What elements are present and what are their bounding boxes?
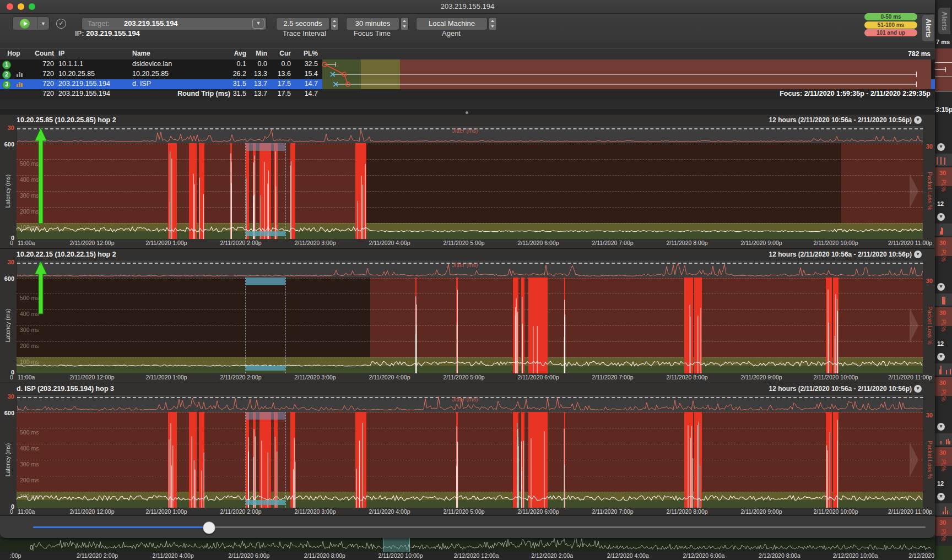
latency-plot[interactable]: 500 ms400 ms300 ms200 ms100 ms bbox=[17, 143, 923, 239]
focus-selection-cap-bottom bbox=[246, 366, 285, 371]
overview-selection[interactable] bbox=[383, 537, 410, 553]
column-header-count[interactable]: Count bbox=[28, 50, 54, 57]
latency-max-label: 600 bbox=[1, 141, 14, 148]
jitter-max-label: 30 bbox=[3, 259, 14, 265]
x-axis-label: 2/11/2020 3:00p bbox=[294, 374, 336, 380]
cell-avg: 26.2 bbox=[220, 70, 246, 78]
panel-time-range-label: 12 hours (2/11/2020 10:56a - 2/11/2020 1… bbox=[769, 251, 912, 258]
column-header-cur[interactable]: Cur bbox=[269, 50, 291, 57]
panel-collapse-chevron-button[interactable]: ▾ bbox=[914, 251, 922, 258]
cell-count: 720 bbox=[28, 70, 54, 78]
overview-axis-label: 2/12/2020 12:00p bbox=[908, 552, 935, 559]
target-input[interactable]: Target: 203.219.155.194 ▼ bbox=[82, 17, 267, 30]
column-header-pl[interactable]: PL% bbox=[292, 50, 318, 57]
jitter-strip[interactable]: Jitter (ms) bbox=[17, 126, 924, 144]
panel-header: 10.20.22.15 (10.20.22.15) hop 212 hours … bbox=[0, 249, 935, 260]
panel-collapse-chevron-button[interactable]: ▾ bbox=[914, 385, 922, 393]
table-row[interactable]: 272010.20.25.8510.20.25.8526.213.313.615… bbox=[0, 69, 935, 79]
x-axis-label: 2/11/2020 11:00p bbox=[888, 374, 932, 380]
latency-plot[interactable]: 500 ms400 ms300 ms200 ms100 ms bbox=[17, 412, 923, 508]
cell-count: 720 bbox=[28, 90, 54, 97]
x-axis-label: 2/11/2020 9:00p bbox=[740, 240, 782, 246]
trace-interval-select[interactable]: 2.5 seconds bbox=[276, 17, 329, 30]
panel-title: 10.20.25.85 (10.20.25.85) hop 2 bbox=[17, 116, 116, 124]
focus-selection-region[interactable] bbox=[245, 412, 286, 508]
next-page-arrow[interactable] bbox=[910, 308, 918, 343]
focus-selection-cap-bottom bbox=[246, 500, 285, 505]
x-axis-label: 2/11/2020 12:00p bbox=[70, 508, 115, 515]
focus-selection-cap-top bbox=[246, 412, 285, 420]
background-chevron-button: ▾ bbox=[937, 353, 945, 361]
column-header-name[interactable]: Name bbox=[132, 50, 230, 57]
jitter-axis-label: Jitter (ms) bbox=[452, 396, 478, 403]
column-header-ip[interactable]: IP bbox=[58, 50, 129, 57]
overview-axis-label: 2/12/2020 12:00a bbox=[454, 552, 499, 559]
cell-pl: 14.7 bbox=[292, 80, 318, 88]
hop-number-badge: 3 bbox=[2, 80, 11, 89]
packet-loss-max-label: 30 bbox=[926, 143, 933, 150]
overview-axis-label: 2/11/2020 10:00p bbox=[378, 552, 423, 559]
bar-chart-icon bbox=[17, 81, 24, 87]
latency-plot[interactable]: 500 ms400 ms300 ms200 ms100 ms bbox=[17, 278, 923, 373]
focus-selection-region[interactable] bbox=[245, 278, 286, 373]
column-header-min[interactable]: Min bbox=[248, 50, 267, 57]
table-row[interactable]: 3720203.219.155.194d. ISP31.513.717.514.… bbox=[0, 79, 935, 89]
time-scrollbar-handle[interactable] bbox=[203, 521, 215, 534]
latency-max-label: 600 bbox=[1, 275, 14, 282]
overview-axis-label: 2/12/2020 4:00a bbox=[607, 552, 649, 559]
column-header-hop[interactable]: Hop bbox=[0, 50, 28, 57]
titlebar: 203.219.155.194 bbox=[0, 0, 935, 14]
x-axis-label: 11:00a bbox=[18, 508, 35, 515]
agent-stepper[interactable] bbox=[489, 17, 497, 30]
x-axis-label: 2/11/2020 2:00p bbox=[220, 240, 261, 246]
timeline-panel-hop: d. ISP (203.219.155.194) hop 312 hours (… bbox=[0, 383, 935, 517]
focus-selection-cap-top bbox=[246, 143, 285, 151]
trace-interval-stepper[interactable] bbox=[331, 17, 339, 30]
overview-timeline[interactable]: 0:00p2/11/2020 2:00p2/11/2020 4:00p2/11/… bbox=[0, 537, 935, 560]
agent-select[interactable]: Local Machine bbox=[416, 17, 488, 30]
latency-axis-label: Latency (ms) bbox=[4, 443, 11, 477]
column-header-avg[interactable]: Avg bbox=[220, 50, 246, 57]
x-axis-label: 2/11/2020 10:00p bbox=[814, 240, 858, 246]
background-time-label: 3:15p bbox=[935, 106, 952, 113]
overview-axis-label: 2/11/2020 8:00p bbox=[304, 552, 345, 559]
cell-name: dsldevice.lan bbox=[132, 60, 230, 68]
jitter-strip[interactable]: Jitter (ms) bbox=[17, 260, 924, 279]
timeline-panel-hop: 10.20.25.85 (10.20.25.85) hop 212 hours … bbox=[0, 114, 935, 248]
panel-collapse-chevron-button[interactable]: ▾ bbox=[914, 116, 922, 124]
table-row[interactable]: 172010.1.1.1dsldevice.lan0.10.00.032.5 bbox=[0, 59, 935, 69]
next-page-arrow[interactable] bbox=[910, 442, 918, 477]
overview-axis-label: 2/11/2020 4:00p bbox=[153, 552, 194, 559]
plot-row: 6000Latency (ms)500 ms400 ms300 ms200 ms… bbox=[0, 278, 935, 373]
jitter-strip[interactable]: Jitter (ms) bbox=[17, 394, 924, 413]
x-axis-label: 2/11/2020 12:00p bbox=[70, 374, 115, 380]
focus-time-select[interactable]: 30 minutes bbox=[346, 17, 399, 30]
hop-latency-graph bbox=[322, 79, 931, 89]
x-axis-label: 2/11/2020 5:00p bbox=[443, 508, 484, 515]
summary-row: 720203.219.155.194Round Trip (ms)31.513.… bbox=[0, 89, 935, 99]
cell-cur: 13.6 bbox=[269, 70, 291, 78]
alerts-tab[interactable]: Alerts bbox=[922, 15, 934, 41]
overview-axis-label: 2/11/2020 6:00p bbox=[228, 552, 269, 559]
x-axis-label: 2/11/2020 1:00p bbox=[145, 374, 187, 380]
latency-axis-label: Latency (ms) bbox=[4, 175, 11, 208]
play-button[interactable] bbox=[13, 17, 37, 30]
panel-title: d. ISP (203.219.155.194) hop 3 bbox=[17, 385, 114, 393]
focus-time-stepper[interactable] bbox=[401, 17, 409, 30]
cell-cur: 17.5 bbox=[269, 90, 291, 97]
x-axis-label: 2/11/2020 2:00p bbox=[220, 508, 261, 515]
target-dropdown-button[interactable]: ▼ bbox=[252, 19, 264, 29]
hop-number-badge: 2 bbox=[2, 70, 11, 79]
x-axis-label: 2/11/2020 6:00p bbox=[517, 374, 559, 380]
play-dropdown-button[interactable]: ▼ bbox=[37, 17, 49, 30]
bar-chart-icon bbox=[17, 72, 24, 77]
focus-selection-region[interactable] bbox=[245, 143, 286, 239]
green-annotation-arrow bbox=[33, 128, 49, 226]
next-page-arrow[interactable] bbox=[910, 173, 918, 209]
check-icon[interactable]: ✓ bbox=[56, 19, 66, 29]
cell-min: 13.7 bbox=[248, 90, 267, 97]
timeline-panel-hop: 10.20.22.15 (10.20.22.15) hop 212 hours … bbox=[0, 248, 935, 383]
overview-axis-label: 2/12/2020 8:00a bbox=[759, 552, 800, 559]
x-axis-label: 2/11/2020 4:00p bbox=[369, 508, 410, 515]
time-scrollbar-fill bbox=[33, 526, 208, 528]
